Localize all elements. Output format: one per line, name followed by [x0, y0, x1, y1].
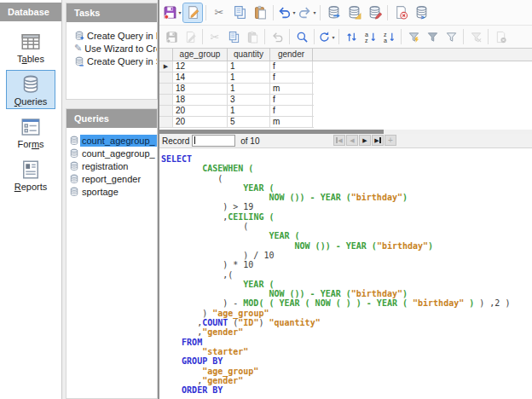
text-caret [194, 136, 195, 144]
refresh-icon[interactable]: ▾ [318, 28, 335, 45]
cut-icon[interactable]: ✂ [206, 28, 223, 45]
grid-cell[interactable]: 5 [228, 117, 270, 127]
grid-cell[interactable]: f [270, 61, 313, 72]
standard-filter-icon[interactable] [442, 28, 460, 45]
dropdown-arrow-icon[interactable]: ▾ [178, 9, 181, 15]
row-header-cell[interactable] [159, 117, 173, 127]
grid-cell[interactable]: 12 [173, 61, 228, 72]
sql-line: NOW ()) - YEAR ("birthday") [161, 193, 532, 202]
queries-panel: Queries count_agegroup_count_agegroup_re… [66, 108, 158, 399]
sort-descending-icon[interactable]: za [380, 28, 397, 45]
dropdown-arrow-icon[interactable]: ▾ [332, 34, 334, 40]
sort-icon[interactable] [343, 28, 360, 45]
save-icon[interactable]: ▾ [163, 3, 182, 22]
task-item[interactable]: ✎Use Wizard to Cre [74, 42, 157, 55]
column-header-gender[interactable]: gender [270, 49, 313, 61]
edit-data-icon[interactable] [182, 28, 199, 45]
grid-cell[interactable]: 18 [173, 95, 228, 105]
sidebar-item-reports[interactable]: Reports [6, 155, 55, 194]
record-number-input[interactable] [192, 135, 235, 147]
data-to-text-icon[interactable] [492, 28, 509, 45]
grid-cell[interactable]: 1 [228, 106, 270, 116]
new-document-icon[interactable] [183, 3, 202, 22]
grid-header-filler [313, 49, 532, 61]
sql-line: ,CEILING ( [161, 212, 532, 222]
undo-data-icon[interactable] [269, 28, 286, 45]
query-list-item[interactable]: report_gender [68, 172, 157, 185]
last-record-button[interactable]: ▶ [372, 135, 384, 146]
dropdown-arrow-icon[interactable]: ▾ [313, 9, 315, 15]
cut-icon[interactable]: ✂ [210, 3, 228, 22]
record-count-label: of 10 [240, 136, 259, 146]
table-row[interactable]: 201f [159, 106, 314, 117]
table-row[interactable]: 183f [159, 95, 314, 106]
query-db-icon [68, 136, 80, 146]
sidebar-item-queries[interactable]: Queries [6, 70, 55, 109]
query-result-window: ▾✂▾▾>_ ✂▾azza age_groupquantitygender▶12… [158, 0, 532, 399]
grid-cell[interactable]: 14 [173, 72, 228, 83]
first-record-button[interactable]: ◀ [333, 135, 345, 146]
grid-cell[interactable]: 1 [228, 61, 270, 72]
row-header-cell[interactable] [159, 95, 173, 105]
sidebar-item-forms[interactable]: Forms [6, 113, 55, 152]
table-row[interactable]: 181m [159, 84, 314, 95]
run-query-icon[interactable] [324, 3, 343, 22]
row-header-cell[interactable]: ▶ [159, 61, 173, 72]
table-row[interactable]: 141f [159, 72, 314, 84]
query-list-item[interactable]: sportage [68, 185, 157, 198]
record-nav-buttons: ◀◀▶▶+ [333, 135, 396, 146]
reset-filter-icon[interactable] [467, 28, 484, 45]
grid-cell[interactable]: m [270, 84, 313, 94]
apply-filter-icon[interactable] [424, 28, 441, 45]
grid-cell[interactable]: f [270, 72, 313, 83]
previous-record-button[interactable]: ◀ [346, 135, 358, 146]
grid-cell[interactable]: f [270, 106, 313, 116]
sidebar-item-label: Tables [17, 54, 44, 64]
copy-icon[interactable] [225, 28, 242, 45]
row-header-cell[interactable] [159, 106, 173, 116]
task-item[interactable]: Create Query in S [74, 55, 157, 67]
clear-query-icon[interactable] [391, 3, 410, 22]
row-header-cell[interactable] [159, 72, 173, 83]
design-view-icon[interactable] [365, 3, 384, 22]
sql-view-icon[interactable]: >_ [412, 3, 431, 22]
autofilter-icon[interactable] [405, 28, 422, 45]
row-header-cell[interactable] [159, 84, 173, 94]
table-row[interactable]: ▶121f [159, 61, 314, 72]
sql-editor[interactable]: SELECT CASEWHEN ( ( YEAR ( NOW ()) - YEA… [159, 147, 532, 399]
sql-line: ) "age_group" [161, 309, 532, 318]
new-record-button[interactable]: + [385, 135, 396, 146]
grid-cell[interactable]: 18 [173, 84, 228, 94]
grid-cell[interactable]: 1 [228, 84, 270, 94]
query-list-item[interactable]: count_agegroup_ [68, 147, 157, 159]
copy-icon[interactable] [230, 3, 249, 22]
grid-cell[interactable]: 20 [173, 106, 228, 116]
toolbar-separator [289, 29, 290, 44]
next-record-button[interactable]: ▶ [359, 135, 371, 146]
table-row[interactable]: 205m [159, 117, 314, 128]
column-header-quantity[interactable]: quantity [228, 49, 270, 61]
save-record-icon[interactable] [163, 28, 180, 45]
task-item[interactable]: Create Query in D [74, 29, 157, 42]
undo-icon[interactable]: ▾ [277, 3, 296, 22]
sql-line: GROUP BY [161, 356, 532, 366]
redo-icon[interactable]: ▾ [298, 3, 316, 22]
paste-icon[interactable] [244, 28, 261, 45]
paste-icon[interactable] [251, 3, 269, 22]
grid-cell[interactable]: 1 [228, 72, 270, 83]
dropdown-arrow-icon[interactable]: ▾ [292, 9, 295, 15]
query-list-item[interactable]: registration [68, 159, 157, 172]
grid-corner-cell[interactable] [159, 49, 173, 61]
sort-ascending-icon[interactable]: az [361, 28, 379, 45]
grid-cell[interactable]: f [270, 95, 313, 105]
record-label: Record [162, 136, 189, 146]
query-list-item[interactable]: count_agegroup_ [68, 134, 157, 147]
find-record-icon[interactable] [293, 28, 310, 45]
sql-line: ,"gender" [161, 376, 532, 385]
sidebar-item-tables[interactable]: Tables [6, 27, 55, 66]
edit-query-icon[interactable] [344, 3, 363, 22]
column-header-age_group[interactable]: age_group [173, 49, 228, 61]
grid-cell[interactable]: m [270, 117, 313, 127]
grid-cell[interactable]: 3 [228, 95, 270, 105]
grid-cell[interactable]: 20 [173, 117, 228, 127]
